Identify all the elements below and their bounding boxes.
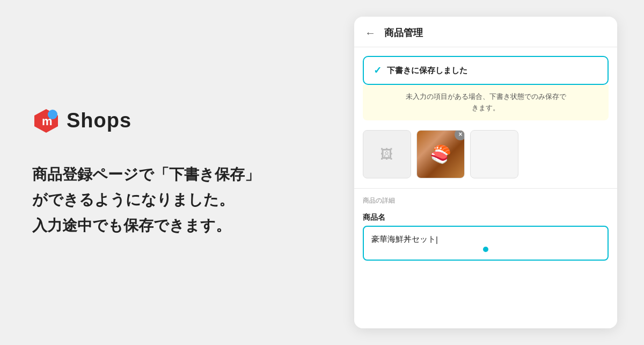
product-name-value: 豪華海鮮丼セット bbox=[371, 234, 436, 243]
product-name-label: 商品名 bbox=[354, 207, 617, 226]
description-line1: 商品登録ページで「下書き保存」 bbox=[32, 162, 322, 188]
text-cursor: | bbox=[436, 235, 437, 245]
close-image-button[interactable]: × bbox=[455, 130, 465, 140]
svg-point-2 bbox=[48, 110, 57, 119]
logo-title: Shops bbox=[67, 109, 131, 132]
section-label: 商品の詳細 bbox=[354, 189, 617, 207]
image-row: 🖼 🍣 × bbox=[354, 120, 617, 188]
description-line3: 入力途中でも保存できます。 bbox=[32, 213, 322, 239]
phone-body: ✓ 下書きに保存しました 未入力の項目がある場合、下書き状態でのみ保存できます。… bbox=[354, 47, 617, 328]
close-icon: × bbox=[458, 131, 462, 138]
check-icon: ✓ bbox=[374, 64, 382, 76]
draft-note-text: 未入力の項目がある場合、下書き状態でのみ保存できます。 bbox=[406, 92, 566, 112]
cursor-dot bbox=[483, 247, 488, 252]
phone-header-title: 商品管理 bbox=[384, 26, 423, 39]
draft-saved-banner: ✓ 下書きに保存しました bbox=[363, 56, 609, 85]
left-panel: m Shops 商品登録ページで「下書き保存」 ができるようになりました。 入力… bbox=[0, 75, 354, 271]
image-empty-slot[interactable] bbox=[470, 130, 518, 178]
phone-header: ← 商品管理 bbox=[354, 17, 617, 47]
product-name-input[interactable]: 豪華海鮮丼セット| bbox=[363, 226, 609, 261]
back-arrow-icon[interactable]: ← bbox=[365, 27, 376, 39]
draft-note-box: 未入力の項目がある場合、下書き状態でのみ保存できます。 bbox=[363, 85, 609, 120]
logo-icon: m bbox=[32, 107, 60, 135]
image-placeholder[interactable]: 🖼 bbox=[363, 130, 411, 178]
food-image[interactable]: 🍣 × bbox=[416, 130, 465, 178]
draft-saved-text: 下書きに保存しました bbox=[387, 66, 467, 76]
description-text: 商品登録ページで「下書き保存」 ができるようになりました。 入力途中でも保存でき… bbox=[32, 162, 322, 239]
logo-area: m Shops bbox=[32, 107, 322, 135]
phone-mockup: ← 商品管理 ✓ 下書きに保存しました 未入力の項目がある場合、下書き状態でのみ… bbox=[354, 17, 617, 328]
image-placeholder-icon: 🖼 bbox=[380, 147, 393, 162]
description-line2: ができるようになりました。 bbox=[32, 187, 322, 213]
